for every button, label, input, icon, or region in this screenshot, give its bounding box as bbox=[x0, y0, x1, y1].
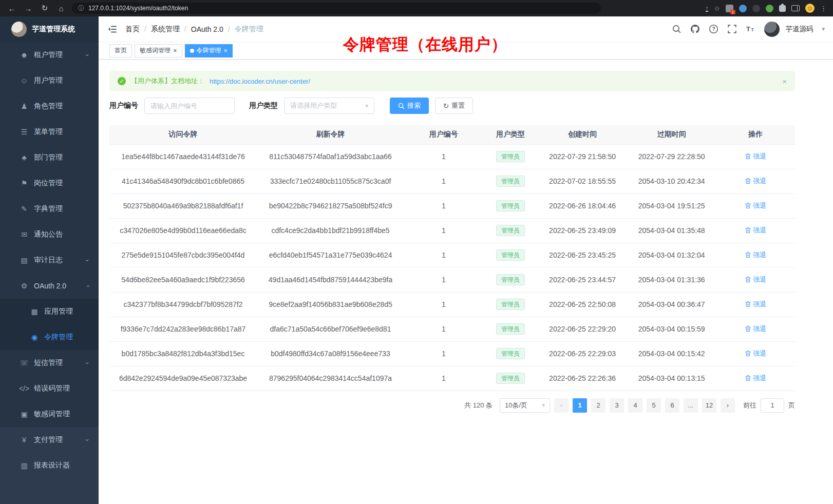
force-logout-button[interactable]: 强退 bbox=[745, 300, 766, 309]
user-type-select[interactable]: 请选择用户类型 ▾ bbox=[284, 98, 374, 114]
create-time-cell: 2022-06-25 22:26:36 bbox=[538, 366, 627, 391]
sidebar-item[interactable]: ☻ 租户管理 bbox=[0, 42, 99, 68]
sidebar-item[interactable]: ⚑ 岗位管理 bbox=[0, 170, 99, 196]
sidebar-item[interactable]: ⚙ OAuth 2.0 bbox=[0, 273, 99, 299]
access-token-cell: b0d1785bc3a8482f812db4a3f3bd15ec bbox=[109, 341, 257, 366]
search-icon[interactable] bbox=[672, 24, 681, 34]
table-row: 1ea5e44f8bc1467aaede43144f31de76 811c530… bbox=[109, 144, 795, 169]
user-type-badge: 管理员 bbox=[496, 299, 525, 310]
close-tab-icon[interactable]: × bbox=[173, 47, 177, 54]
page-button[interactable]: 2 bbox=[591, 398, 605, 413]
force-logout-button[interactable]: 强退 bbox=[745, 201, 766, 210]
user-id-cell: 1 bbox=[404, 243, 483, 267]
force-logout-button[interactable]: 强退 bbox=[745, 177, 766, 186]
force-logout-button[interactable]: 强退 bbox=[745, 275, 766, 284]
force-logout-button[interactable]: 强退 bbox=[745, 250, 766, 260]
caret-down-icon[interactable]: ▾ bbox=[822, 26, 825, 32]
sidebar-item[interactable]: ¥ 支付管理 bbox=[0, 427, 99, 453]
page-button[interactable]: 5 bbox=[647, 398, 661, 413]
breadcrumb-item[interactable]: OAuth 2.0 bbox=[191, 25, 235, 33]
access-token-cell: c347026e805e4d99b0d116eae66eda8c bbox=[109, 218, 257, 243]
breadcrumb-item[interactable]: 首页 bbox=[125, 25, 151, 34]
sidebar-item[interactable]: </> 错误码管理 bbox=[0, 376, 99, 401]
user-id-cell: 1 bbox=[404, 317, 483, 341]
force-logout-button[interactable]: 强退 bbox=[745, 152, 766, 161]
chevron-icon bbox=[84, 359, 90, 367]
extension-green-icon[interactable] bbox=[766, 5, 773, 12]
font-size-icon[interactable]: T T bbox=[746, 24, 755, 34]
close-tab-icon[interactable]: × bbox=[224, 47, 228, 54]
site-info-icon[interactable]: ⓘ bbox=[78, 4, 84, 13]
user-id-input[interactable] bbox=[150, 102, 229, 110]
reset-button[interactable]: ↻ 重置 bbox=[435, 98, 473, 114]
force-logout-button[interactable]: 强退 bbox=[745, 324, 766, 334]
page-button[interactable]: 6 bbox=[665, 398, 679, 413]
reload-icon[interactable]: ↻ bbox=[39, 4, 50, 13]
extension-dark-icon[interactable] bbox=[752, 5, 760, 12]
forward-icon[interactable]: → bbox=[23, 4, 34, 13]
prev-page-button[interactable]: ‹ bbox=[554, 398, 569, 413]
tab[interactable]: 敏感词管理 × bbox=[135, 44, 182, 57]
fullscreen-icon[interactable] bbox=[727, 24, 737, 34]
force-logout-button[interactable]: 强退 bbox=[745, 374, 766, 383]
breadcrumb-item[interactable]: 令牌管理 bbox=[235, 25, 263, 34]
sidebar-item[interactable]: ♟ 角色管理 bbox=[0, 93, 99, 119]
user-avatar[interactable] bbox=[764, 22, 780, 37]
column-header: 操作 bbox=[716, 125, 795, 144]
sidebar-item[interactable]: ☺ 用户管理 bbox=[0, 68, 99, 93]
alert-close-icon[interactable]: × bbox=[782, 77, 787, 86]
doc-link[interactable]: https://doc.iocoder.cn/user-center/ bbox=[210, 77, 310, 85]
user-id-cell: 1 bbox=[404, 366, 483, 391]
browser-menu-icon[interactable]: ⋮ bbox=[820, 5, 827, 12]
browser-profile-avatar[interactable]: ☺ bbox=[805, 4, 815, 13]
bookmark-star-icon[interactable]: ☆ bbox=[714, 5, 720, 12]
app-logo[interactable]: 芋道管理系统 bbox=[0, 16, 99, 42]
github-icon[interactable] bbox=[690, 24, 700, 34]
tab-split-icon[interactable] bbox=[791, 5, 800, 11]
page-button[interactable]: 12 bbox=[702, 398, 716, 413]
page-button[interactable]: 3 bbox=[610, 398, 624, 413]
extension-blue-icon[interactable] bbox=[739, 5, 747, 12]
goto-page-input[interactable] bbox=[761, 398, 784, 413]
action-cell: 强退 bbox=[716, 267, 795, 292]
page-button[interactable]: ... bbox=[684, 398, 698, 413]
fold-sidebar-icon[interactable] bbox=[107, 24, 117, 34]
sidebar-item[interactable]: ☏ 短信管理 bbox=[0, 350, 99, 376]
sidebar-item[interactable]: ☰ 菜单管理 bbox=[0, 119, 99, 145]
force-logout-button[interactable]: 强退 bbox=[745, 349, 766, 358]
page-button[interactable]: 4 bbox=[628, 398, 642, 413]
help-icon[interactable]: ? bbox=[709, 24, 718, 34]
sidebar-item[interactable]: ✉ 通知公告 bbox=[0, 222, 99, 247]
create-time-cell: 2022-06-25 22:50:08 bbox=[538, 292, 627, 317]
page-size-select[interactable]: 10条/页 ▾ bbox=[500, 398, 550, 413]
token-table: 访问令牌刷新令牌用户编号用户类型创建时间过期时间操作 1ea5e44f8bc14… bbox=[109, 125, 795, 391]
sms-icon: ☏ bbox=[18, 359, 30, 367]
sidebar-item[interactable]: ◉ 令牌管理 bbox=[0, 324, 99, 350]
tab[interactable]: 首页 bbox=[109, 44, 132, 57]
force-logout-button[interactable]: 强退 bbox=[745, 226, 766, 235]
user-name[interactable]: 芋道源码 bbox=[785, 25, 813, 34]
user-type-label: 用户类型 bbox=[249, 101, 278, 110]
page-button[interactable]: 1 bbox=[573, 398, 587, 413]
home-icon[interactable]: ⌂ bbox=[55, 4, 67, 13]
sidebar-item[interactable]: ▥ 报表设计器 bbox=[0, 453, 99, 478]
address-bar[interactable]: ⓘ 127.0.0.1:1024/system/oauth2/token bbox=[72, 3, 601, 14]
password-extension-icon[interactable]: 1 bbox=[726, 5, 733, 12]
sidebar-item[interactable]: ▣ 敏感词管理 bbox=[0, 401, 99, 427]
tab[interactable]: 令牌管理 × bbox=[185, 44, 233, 57]
next-page-button[interactable]: › bbox=[721, 398, 735, 413]
breadcrumb-item[interactable]: 系统管理 bbox=[151, 25, 191, 34]
sidebar-item[interactable]: ▦ 应用管理 bbox=[0, 299, 99, 324]
share-icon[interactable]: ↑ bbox=[706, 5, 709, 12]
sidebar-item[interactable]: ♣ 部门管理 bbox=[0, 145, 99, 170]
sidebar-item[interactable]: ✎ 字典管理 bbox=[0, 196, 99, 222]
expire-time-cell: 2054-03-10 20:42:34 bbox=[627, 169, 716, 193]
app-icon: ▦ bbox=[29, 307, 40, 316]
extensions-puzzle-icon[interactable] bbox=[779, 5, 786, 12]
access-token-cell: c342377bf8b344799dcbf7bf095287f2 bbox=[109, 292, 257, 317]
menu-list-icon: ☰ bbox=[18, 128, 30, 136]
sidebar-item[interactable]: ▤ 审计日志 bbox=[0, 247, 99, 273]
back-icon[interactable]: ← bbox=[6, 4, 17, 13]
user-type-badge: 管理员 bbox=[496, 348, 525, 359]
search-button[interactable]: 搜索 bbox=[390, 98, 429, 114]
